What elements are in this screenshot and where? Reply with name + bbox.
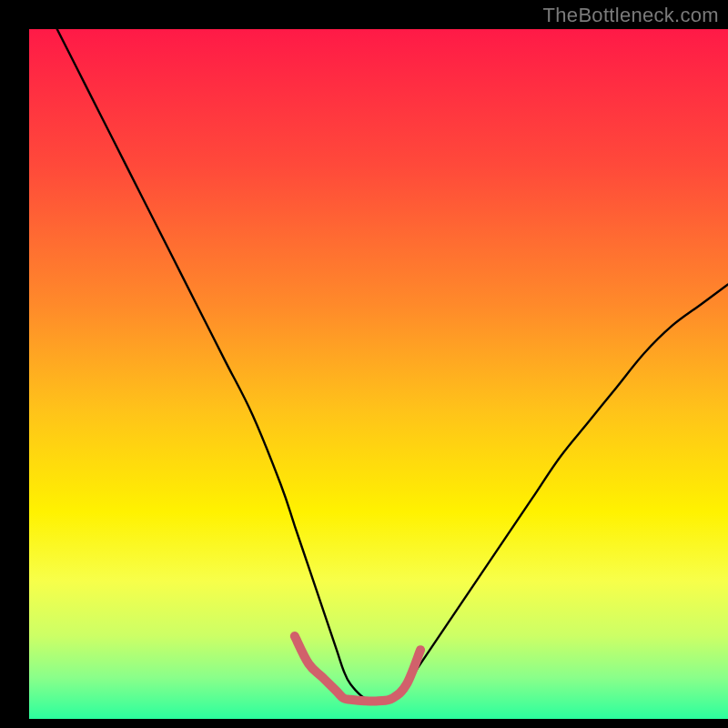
- bottleneck-chart: [0, 0, 728, 728]
- attribution-label: TheBottleneck.com: [543, 4, 719, 27]
- plot-area: [29, 29, 728, 719]
- gradient-background: [29, 29, 728, 719]
- chart-container: TheBottleneck.com: [0, 0, 728, 728]
